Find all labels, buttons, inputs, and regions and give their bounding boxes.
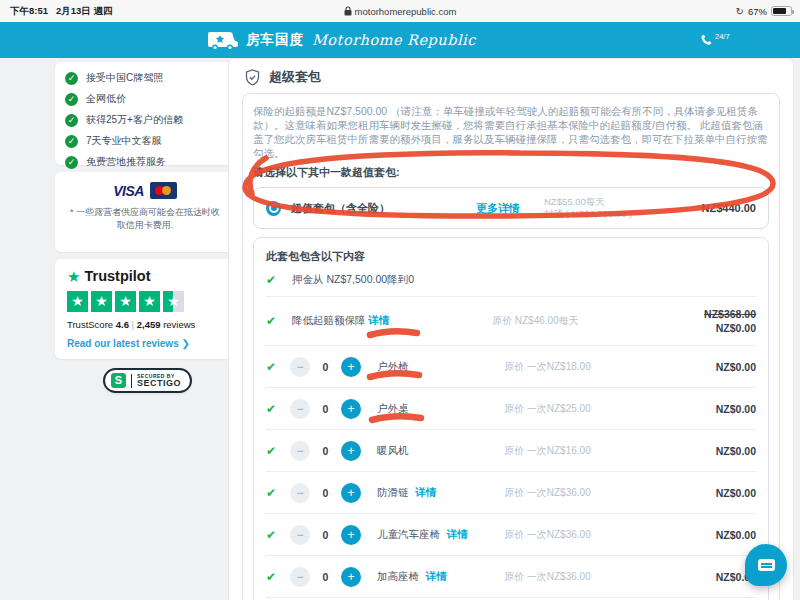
check-icon: ✔ — [266, 273, 280, 287]
decrease-quantity-button[interactable]: − — [290, 357, 310, 377]
url-domain: motorhomerepublic.com — [355, 6, 457, 17]
addon-original-price: 原价 一次NZ$25.00 — [504, 402, 674, 416]
package-rate-per-day: NZ$55.00每天 — [544, 196, 605, 207]
increase-quantity-button[interactable]: + — [341, 483, 361, 503]
mastercard-logo — [150, 182, 177, 199]
trustscore-line: TrustScore 4.6 | 2,459 reviews — [67, 319, 223, 330]
payment-note: * 一些露营者供应商可能会在抵达时收取信用卡费用. — [67, 206, 223, 232]
sidebar-feature-item: ✓ 7天专业中文客服 — [65, 134, 225, 148]
phone-icon — [700, 34, 713, 47]
decrease-quantity-button[interactable]: − — [290, 483, 310, 503]
addon-price: NZ$0.00 — [674, 529, 756, 541]
trustpilot-brand: Trustpilot — [84, 268, 150, 284]
excess-label: 降低起赔额保障 — [292, 314, 366, 326]
addon-price: NZ$0.00 — [674, 403, 756, 415]
star-icon: ★ — [91, 291, 112, 312]
addon-price: NZ$0.00 — [674, 361, 756, 373]
url-bar[interactable]: motorhomerepublic.com — [0, 6, 800, 17]
quantity-value: 0 — [319, 571, 332, 583]
addon-row: ✔ − 0 + 户外桌 原价 一次NZ$25.00 NZ$0.00 — [266, 388, 756, 430]
check-circle-icon: ✓ — [65, 156, 78, 169]
star-icon: ★ — [115, 291, 136, 312]
increase-quantity-button[interactable]: + — [341, 567, 361, 587]
addon-price: NZ$0.00 — [674, 445, 756, 457]
excess-original-price: 原价 NZ$46.00每天 — [492, 314, 662, 328]
addon-original-price: 原价 一次NZ$18.00 — [504, 360, 674, 374]
payment-card: VISA * 一些露营者供应商可能会在抵达时收取信用卡费用. — [55, 172, 235, 252]
decrease-quantity-button[interactable]: − — [290, 441, 310, 461]
package-contents-box: 此套包包含以下内容 ✔ 押金从 NZ$7,500.00降到0 ✔ 降低起赔额保障… — [253, 237, 769, 600]
check-icon: ✔ — [266, 486, 280, 500]
quantity-value: 0 — [319, 403, 332, 415]
insurance-intro-text: 保险的起赔额是NZ$7,500.00 （请注意：单车碰撞或年轻驾驶人的起赔额可能… — [253, 104, 769, 160]
radio-selected-icon[interactable] — [266, 201, 281, 216]
support-phone[interactable]: 24/7 — [700, 34, 730, 47]
package-name: 超值套包（含全险） — [291, 201, 390, 216]
brand-name-english: Motorhome Republic — [312, 32, 476, 48]
quantity-value: 0 — [319, 445, 332, 457]
trustpilot-reviews-link[interactable]: Read our latest reviews ❯ — [67, 338, 223, 349]
check-icon: ✔ — [266, 444, 280, 458]
addon-label: 户外椅 — [377, 360, 409, 372]
addon-original-price: 原价 一次NZ$16.00 — [504, 444, 674, 458]
motorhome-icon — [208, 30, 238, 51]
choose-package-label: 请选择以下其中一款超值套包: — [253, 165, 769, 180]
quantity-value: 0 — [319, 361, 332, 373]
lock-icon — [344, 6, 352, 16]
addon-details-link[interactable]: 详情 — [426, 570, 447, 582]
features-list: ✓ 接受中国C牌驾照 ✓ 全网低价 ✓ 获得25万+客户的信赖 ✓ 7天专业中文… — [65, 71, 225, 169]
check-icon: ✔ — [266, 314, 280, 328]
addon-label: 儿童汽车座椅 — [377, 528, 440, 540]
super-package-panel: 超级套包 保险的起赔额是NZ$7,500.00 （请注意：单车碰撞或年轻驾驶人的… — [228, 58, 794, 600]
addon-row: ✔ − 0 + 防滑链 详情 原价 一次NZ$36.00 NZ$0.00 — [266, 472, 756, 514]
decrease-quantity-button[interactable]: − — [290, 567, 310, 587]
addon-label: 加高座椅 — [377, 570, 419, 582]
check-circle-icon: ✓ — [65, 93, 78, 106]
visa-logo: VISA — [113, 183, 144, 199]
orientation-lock-icon: ↻ — [736, 6, 744, 17]
sidebar-feature-item: ✓ 获得25万+客户的信赖 — [65, 113, 225, 127]
decrease-quantity-button[interactable]: − — [290, 525, 310, 545]
half-star-icon: ★ — [163, 291, 184, 312]
shield-icon — [245, 69, 260, 86]
check-circle-icon: ✓ — [65, 72, 78, 85]
increase-quantity-button[interactable]: + — [341, 399, 361, 419]
addon-label: 暖风机 — [377, 444, 409, 456]
sidebar-feature-item: ✓ 全网低价 — [65, 92, 225, 106]
battery-percent: 67% — [748, 6, 767, 17]
trustpilot-rating-stars: ★ ★ ★ ★ ★ — [67, 291, 223, 312]
star-icon: ★ — [139, 291, 160, 312]
increase-quantity-button[interactable]: + — [341, 357, 361, 377]
site-header: 房车国度 Motorhome Republic 24/7 — [0, 22, 800, 58]
trustpilot-star-icon: ★ — [67, 269, 80, 284]
excess-price: NZ$0.00 — [716, 322, 756, 334]
excess-details-link[interactable]: 详情 — [368, 314, 389, 326]
addon-original-price: 原价 一次NZ$36.00 — [504, 570, 674, 584]
increase-quantity-button[interactable]: + — [341, 525, 361, 545]
package-option-row[interactable]: 超值套包（含全险） 更多详情 NZ$55.00每天 封顶 ( NZ$2,750.… — [253, 187, 769, 229]
more-details-link[interactable]: 更多详情 — [476, 201, 520, 216]
check-circle-icon: ✓ — [65, 135, 78, 148]
addon-row: ✔ − 0 + 加高座椅 详情 原价 一次NZ$36.00 NZ$0.00 — [266, 556, 756, 598]
trustscore-value: 4.6 — [116, 319, 129, 330]
addon-label: 防滑链 — [377, 486, 409, 498]
increase-quantity-button[interactable]: + — [341, 441, 361, 461]
check-icon: ✔ — [266, 360, 280, 374]
brand-logo[interactable]: 房车国度 Motorhome Republic — [208, 30, 476, 51]
addon-original-price: 原价 一次NZ$36.00 — [504, 486, 674, 500]
addon-row: ✔ − 0 + 暖风机 原价 一次NZ$16.00 NZ$0.00 — [266, 430, 756, 472]
deposit-text: 押金从 NZ$7,500.00降到0 — [292, 273, 414, 287]
chat-launcher-button[interactable] — [745, 544, 787, 586]
sectigo-logo-icon: S — [111, 373, 126, 388]
addon-details-link[interactable]: 详情 — [415, 486, 436, 498]
deposit-row: ✔ 押金从 NZ$7,500.00降到0 — [266, 273, 756, 297]
quantity-value: 0 — [319, 529, 332, 541]
decrease-quantity-button[interactable]: − — [290, 399, 310, 419]
reviews-count: 2,459 — [137, 319, 161, 330]
addon-original-price: 原价 一次NZ$36.00 — [504, 528, 674, 542]
section-title: 超级套包 — [269, 68, 321, 86]
addon-details-link[interactable]: 详情 — [447, 528, 468, 540]
star-icon: ★ — [67, 291, 88, 312]
excess-reduction-row: ✔ 降低起赔额保障 详情 原价 NZ$46.00每天 NZ$368.00 NZ$… — [266, 297, 756, 346]
chat-bubble-icon — [758, 559, 775, 571]
